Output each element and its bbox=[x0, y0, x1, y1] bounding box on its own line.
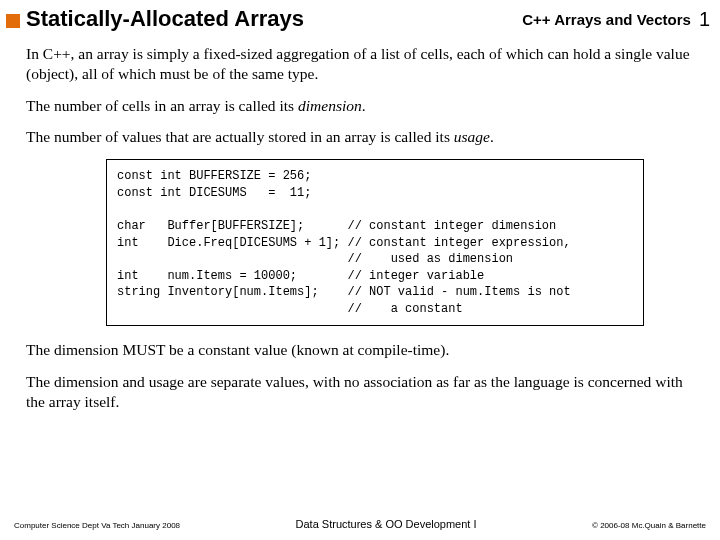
footer-left: Computer Science Dept Va Tech January 20… bbox=[14, 521, 180, 530]
slide-body: In C++, an array is simply a fixed-sized… bbox=[0, 36, 720, 412]
code-line: const int DICESUMS = 11; bbox=[117, 186, 311, 200]
code-line: char Buffer[BUFFERSIZE]; // constant int… bbox=[117, 219, 556, 233]
term-usage: usage bbox=[454, 128, 490, 145]
paragraph-dimension-const: The dimension MUST be a constant value (… bbox=[26, 340, 694, 360]
text: The number of cells in an array is calle… bbox=[26, 97, 298, 114]
footer-right: © 2006-08 Mc.Quain & Barnette bbox=[592, 521, 706, 530]
page-number: 1 bbox=[699, 8, 710, 31]
footer-center: Data Structures & OO Development I bbox=[296, 518, 477, 530]
code-line: const int BUFFERSIZE = 256; bbox=[117, 169, 311, 183]
code-line: // a constant bbox=[117, 302, 463, 316]
paragraph-usage: The number of values that are actually s… bbox=[26, 127, 694, 147]
text: . bbox=[490, 128, 494, 145]
term-dimension: dimension bbox=[298, 97, 362, 114]
paragraph-intro: In C++, an array is simply a fixed-sized… bbox=[26, 44, 694, 84]
code-line: // used as dimension bbox=[117, 252, 513, 266]
code-block: const int BUFFERSIZE = 256; const int DI… bbox=[106, 159, 644, 326]
text: The number of values that are actually s… bbox=[26, 128, 454, 145]
slide-header: Statically-Allocated Arrays C++ Arrays a… bbox=[0, 0, 720, 36]
slide-title: Statically-Allocated Arrays bbox=[26, 6, 522, 32]
header-marker bbox=[6, 14, 20, 28]
paragraph-separate: The dimension and usage are separate val… bbox=[26, 372, 694, 412]
paragraph-dimension: The number of cells in an array is calle… bbox=[26, 96, 694, 116]
slide-footer: Computer Science Dept Va Tech January 20… bbox=[0, 518, 720, 530]
text: . bbox=[362, 97, 366, 114]
code-line: int Dice.Freq[DICESUMS + 1]; // constant… bbox=[117, 236, 571, 250]
code-line: string Inventory[num.Items]; // NOT vali… bbox=[117, 285, 571, 299]
course-name: C++ Arrays and Vectors bbox=[522, 11, 691, 28]
code-line: int num.Items = 10000; // integer variab… bbox=[117, 269, 484, 283]
